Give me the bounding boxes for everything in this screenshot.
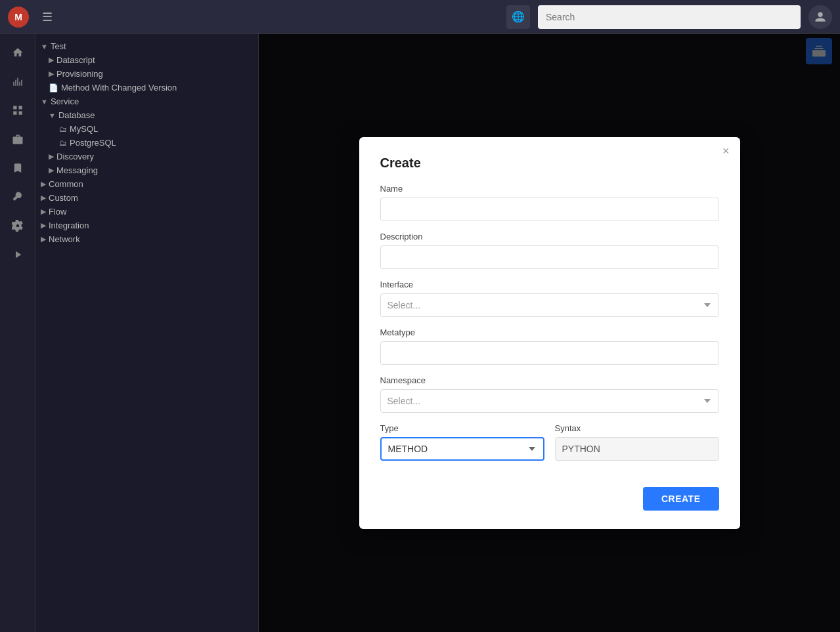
tree-db-icon: 🗂: [59, 125, 67, 134]
namespace-field-group: Namespace Select...: [380, 375, 719, 413]
type-select[interactable]: METHOD FUNCTION CLASS: [380, 437, 544, 461]
tree-item-mysql[interactable]: 🗂 MySQL: [35, 122, 258, 136]
tree-item-label: Method With Changed Version: [61, 83, 177, 93]
metatype-input[interactable]: [380, 341, 719, 365]
interface-select[interactable]: Select...: [380, 293, 719, 317]
namespace-select[interactable]: Select...: [380, 389, 719, 413]
name-field-group: Name: [380, 184, 719, 221]
tree-item-label: Integration: [49, 221, 89, 230]
sidebar-grid-icon[interactable]: [5, 97, 31, 123]
sidebar-chart-icon[interactable]: [5, 68, 31, 95]
sidebar-wrench-icon[interactable]: [5, 184, 31, 210]
type-label: Type: [380, 423, 544, 433]
search-input[interactable]: [538, 5, 801, 29]
description-field-group: Description: [380, 232, 719, 269]
main-layout: ▼ Test + ▶ Datascript + ▶ Provisioning +…: [0, 34, 840, 632]
tree-expand-icon: ▶: [41, 207, 46, 216]
tree-item-label: Common: [49, 179, 83, 189]
tree-item-network[interactable]: ▶ Network: [35, 232, 258, 246]
sidebar-home-icon[interactable]: [5, 39, 31, 66]
tree-item-label: Database: [58, 110, 95, 120]
app-logo: M: [8, 7, 29, 28]
tree-expand-icon: ▼: [41, 43, 48, 51]
tree-item-label: Custom: [49, 193, 78, 203]
tree-sidebar: ▼ Test + ▶ Datascript + ▶ Provisioning +…: [35, 34, 259, 632]
syntax-field-group: Syntax PYTHON: [555, 423, 719, 461]
tree-item-method-changed[interactable]: 📄 Method With Changed Version: [35, 81, 258, 95]
tree-item-label: Discovery: [56, 152, 94, 161]
tree-item-service[interactable]: ▼ Service +: [35, 95, 258, 108]
type-syntax-row: Type METHOD FUNCTION CLASS Syntax PYTHON: [380, 423, 719, 471]
tree-expand-icon: ▼: [49, 112, 56, 119]
create-button[interactable]: CREATE: [643, 487, 719, 511]
tree-expand-icon: ▶: [49, 70, 54, 78]
tree-file-icon: 📄: [49, 83, 58, 93]
tree-expand-icon: ▶: [41, 235, 46, 243]
tree-item-provisioning[interactable]: ▶ Provisioning +: [35, 67, 258, 81]
name-input[interactable]: [380, 198, 719, 221]
main-content: × Create Name Description Interface Sele…: [259, 34, 840, 632]
tree-item-label: Datascript: [56, 55, 95, 65]
tree-item-label: Provisioning: [56, 69, 103, 79]
tree-item-label: MySQL: [70, 124, 98, 134]
tree-expand-icon: ▶: [41, 194, 46, 202]
user-avatar[interactable]: [808, 5, 832, 29]
modal-overlay: × Create Name Description Interface Sele…: [259, 34, 840, 632]
sidebar-settings-icon[interactable]: [5, 213, 31, 239]
tree-item-flow[interactable]: ▶ Flow: [35, 205, 258, 219]
description-label: Description: [380, 232, 719, 242]
tree-expand-icon: ▶: [41, 180, 46, 188]
tree-item-label: Service: [51, 96, 79, 106]
description-input[interactable]: [380, 245, 719, 269]
sidebar-arrow-icon[interactable]: [5, 242, 31, 268]
interface-label: Interface: [380, 280, 719, 289]
modal-footer: CREATE: [380, 487, 719, 511]
tree-db-icon: 🗂: [59, 138, 67, 148]
syntax-input: PYTHON: [555, 437, 719, 461]
sidebar-bookmark-icon[interactable]: [5, 155, 31, 181]
tree-item-common[interactable]: ▶ Common: [35, 177, 258, 191]
namespace-label: Namespace: [380, 375, 719, 385]
tree-item-integration[interactable]: ▶ Integration: [35, 219, 258, 232]
tree-item-label: Flow: [49, 207, 66, 217]
tree-item-label: PostgreSQL: [70, 138, 116, 148]
tree-expand-icon: ▶: [49, 166, 54, 175]
tree-expand-icon: ▶: [49, 152, 54, 161]
tree-item-custom[interactable]: ▶ Custom: [35, 191, 258, 205]
modal-title: Create: [380, 156, 719, 171]
topbar: M ☰ 🌐: [0, 0, 840, 34]
name-label: Name: [380, 184, 719, 194]
modal-close-button[interactable]: ×: [722, 145, 730, 157]
tree-item-discovery[interactable]: ▶ Discovery: [35, 150, 258, 163]
tree-item-postgresql[interactable]: 🗂 PostgreSQL: [35, 136, 258, 150]
icon-sidebar: [0, 34, 35, 632]
tree-expand-icon: ▶: [41, 221, 46, 230]
tree-item-label: Network: [49, 234, 80, 244]
tree-expand-icon: ▶: [49, 56, 54, 64]
tree-item-messaging[interactable]: ▶ Messaging: [35, 163, 258, 177]
menu-icon[interactable]: ☰: [37, 7, 58, 27]
syntax-label: Syntax: [555, 423, 719, 433]
tree-item-test[interactable]: ▼ Test +: [35, 39, 258, 53]
tree-item-database[interactable]: ▼ Database +: [35, 108, 258, 122]
interface-field-group: Interface Select...: [380, 280, 719, 317]
sidebar-briefcase-icon[interactable]: [5, 126, 31, 152]
tree-item-datascript[interactable]: ▶ Datascript +: [35, 53, 258, 67]
tree-item-label: Messaging: [56, 165, 98, 175]
metatype-label: Metatype: [380, 327, 719, 337]
tree-item-label: Test: [51, 41, 66, 51]
globe-icon[interactable]: 🌐: [506, 5, 530, 29]
metatype-field-group: Metatype: [380, 327, 719, 365]
tree-expand-icon: ▼: [41, 98, 48, 106]
create-modal: × Create Name Description Interface Sele…: [359, 137, 740, 529]
type-field-group: Type METHOD FUNCTION CLASS: [380, 423, 544, 461]
